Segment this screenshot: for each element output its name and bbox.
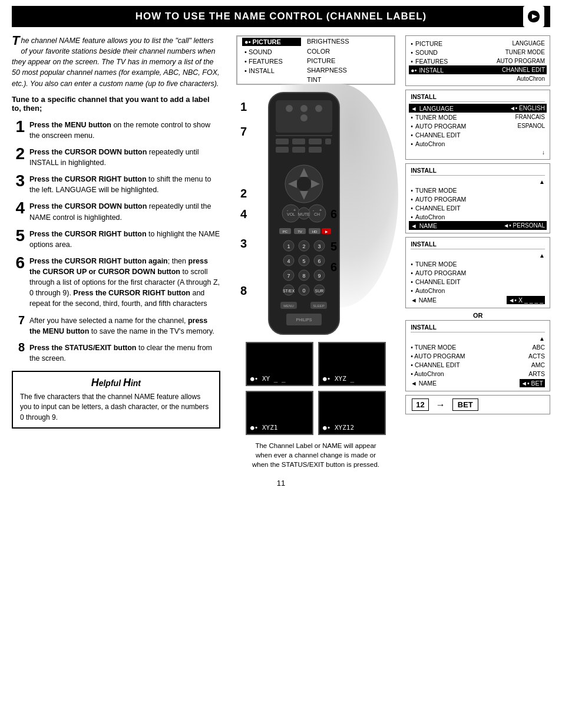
overlay-num-7: 7: [240, 125, 247, 139]
step-4-num: 4: [12, 200, 25, 216]
hint-text: The five characters that the channel NAM…: [20, 392, 212, 423]
rp4-up: ▲: [411, 251, 545, 259]
right-section: •PICTURE LANGUAGE •SOUND TUNER MODE •FEA…: [405, 35, 550, 469]
svg-rect-13: [309, 147, 322, 153]
svg-point-5: [300, 114, 308, 121]
svg-text:CH: CH: [314, 212, 320, 216]
rp1-features: •FEATURES AUTO PROGRAM: [411, 57, 545, 65]
main-menu-panel: ●• PICTURE BRIGHTNESS • SOUND COLOR • FE…: [236, 35, 395, 85]
step-1-text: Press the MENU button on the remote cont…: [29, 118, 220, 141]
step-4-bold: Press the CURSOR DOWN button: [29, 202, 147, 210]
svg-rect-12: [292, 147, 305, 153]
screen-shot-4: ●• XYZ12: [318, 391, 386, 435]
step-1-num: 1: [12, 118, 25, 135]
step-6-bold1: Press the CURSOR RIGHT button again: [29, 257, 168, 265]
rp5-channel: • CHANNEL EDIT AMC: [411, 360, 545, 369]
svg-text:5: 5: [303, 258, 306, 264]
step-6-num: 6: [12, 255, 25, 271]
rp2-arrow: ↓: [411, 148, 545, 156]
svg-rect-8: [292, 139, 305, 144]
svg-text:2: 2: [303, 243, 306, 249]
menu-picture-val: PICTURE: [307, 57, 335, 65]
step-6-text: Press the CURSOR RIGHT button again; the…: [29, 255, 220, 309]
hint-box: Helpful Hint The five characters that th…: [12, 371, 220, 429]
intro-body: he channel NAME feature allows you to li…: [12, 37, 219, 88]
channel-arrow-icon: →: [436, 400, 445, 410]
step-6: 6 Press the CURSOR RIGHT button again; t…: [12, 255, 220, 309]
svg-rect-9: [309, 139, 322, 144]
overlay-num-3: 3: [240, 237, 247, 251]
right-panel-4: INSTALL ▲ •TUNER MODE •AUTO PROGRAM •CHA…: [405, 237, 550, 308]
main-menu-row-features: • FEATURES PICTURE: [237, 57, 394, 66]
rp4-name: ◄ NAME ◄• X _ _ _ _: [411, 295, 545, 305]
page-number: 11: [12, 479, 550, 487]
svg-text:-: -: [313, 207, 315, 213]
header-icon: [523, 6, 544, 27]
step-3: 3 Press the CURSOR RIGHT button to shift…: [12, 173, 220, 195]
menu-tint: TINT: [307, 76, 321, 83]
rp5-name-val: ◄• BET: [520, 379, 545, 387]
step-6-bold3: Press the CURSOR RIGHT button: [73, 289, 190, 297]
channel-display: 12 → BET: [405, 395, 550, 414]
rp4-channel: •CHANNEL EDIT: [411, 277, 545, 286]
step-7: 7 After you have selected a name for the…: [12, 314, 220, 337]
step-4: 4 Press the CURSOR DOWN button repeatedl…: [12, 200, 220, 222]
middle-section: ●• PICTURE BRIGHTNESS • SOUND COLOR • FE…: [226, 35, 406, 469]
svg-point-4: [315, 105, 322, 112]
step-2-bold: Press the CURSOR DOWN button: [29, 148, 147, 156]
svg-text:PHILIPS: PHILIPS: [296, 318, 312, 322]
svg-text:+: +: [319, 207, 322, 213]
screen-shot-1: ●• XY _ _: [246, 342, 313, 386]
intro-text: The channel NAME feature allows you to l…: [12, 35, 220, 89]
step-5: 5 Press the CURSOR RIGHT button to highl…: [12, 228, 220, 250]
left-section: The channel NAME feature allows you to l…: [12, 35, 226, 469]
rp1-autochron: AutoChron: [411, 74, 545, 83]
right-panel-5: INSTALL ▲ • TUNER MODE ABC • AUTO PROGRA…: [405, 320, 550, 391]
step-2-text: Press the CURSOR DOWN button repeatedly …: [29, 146, 220, 168]
right-panel-2: INSTALL ◄LANGUAGE ◄• ENGLISH •TUNER MODE…: [405, 90, 550, 160]
overlay-num-5: 5: [330, 240, 337, 253]
rp4-auto: •AUTO PROGRAM: [411, 268, 545, 277]
remote-svg: VOL CH - + - + MUTE PC TV HD: [251, 90, 357, 337]
svg-text:HD: HD: [312, 230, 318, 233]
main-menu-row-tint: TINT: [237, 75, 394, 84]
header-title: How to Use the Name Control (Channel Lab…: [135, 11, 427, 22]
svg-text:9: 9: [318, 273, 321, 279]
right-panel-1: •PICTURE LANGUAGE •SOUND TUNER MODE •FEA…: [405, 35, 550, 86]
rp4-name-val: ◄• X _ _ _ _: [507, 296, 545, 304]
step-2: 2 Press the CURSOR DOWN button repeatedl…: [12, 146, 220, 168]
overlay-num-2: 2: [240, 187, 247, 200]
rp5-up: ▲: [411, 334, 545, 342]
svg-text:TV: TV: [297, 230, 302, 233]
svg-rect-7: [276, 139, 289, 144]
menu-empty: [242, 76, 301, 83]
rp4-autochron: •AutoChron: [411, 286, 545, 295]
svg-text:8: 8: [303, 273, 306, 279]
rp5-tuner: • TUNER MODE ABC: [411, 342, 545, 351]
rp3-auto: •AUTO PROGRAM: [411, 195, 545, 203]
channel-number: 12: [412, 398, 428, 411]
steps-list: 1 Press the MENU button on the remote co…: [12, 118, 220, 364]
menu-brightness: BRIGHTNESS: [307, 38, 349, 46]
channel-name-label: BET: [452, 398, 478, 411]
rp3-tuner: •TUNER MODE: [411, 186, 545, 195]
svg-point-3: [300, 105, 308, 112]
step-5-num: 5: [12, 228, 25, 244]
remote-illustration-area: VOL CH - + - + MUTE PC TV HD: [239, 90, 392, 337]
step-7-bold: press the MENU button: [29, 317, 207, 335]
step-5-text: Press the CURSOR RIGHT button to highlig…: [29, 228, 220, 250]
step-8: 8 Press the STATUS/EXIT button to clear …: [12, 341, 220, 364]
step-1-bold: Press the MENU button: [29, 121, 111, 129]
rp5-auto: • AUTO PROGRAM ACTS: [411, 351, 545, 360]
svg-text:SUR: SUR: [315, 289, 324, 293]
svg-text:-: -: [287, 207, 289, 213]
overlay-num-6a: 6: [330, 207, 337, 221]
rp3-title: INSTALL: [411, 167, 545, 176]
step-8-bold: Press the STATUS/EXIT button: [29, 344, 137, 352]
main-menu-row-sound: • SOUND COLOR: [237, 47, 394, 57]
step-2-num: 2: [12, 146, 25, 162]
page: How to Use the Name Control (Channel Lab…: [0, 0, 562, 728]
menu-picture-item: ●• PICTURE: [242, 38, 301, 46]
step-3-text: Press the CURSOR RIGHT button to shift t…: [29, 173, 220, 195]
page-header: How to Use the Name Control (Channel Lab…: [12, 6, 550, 27]
